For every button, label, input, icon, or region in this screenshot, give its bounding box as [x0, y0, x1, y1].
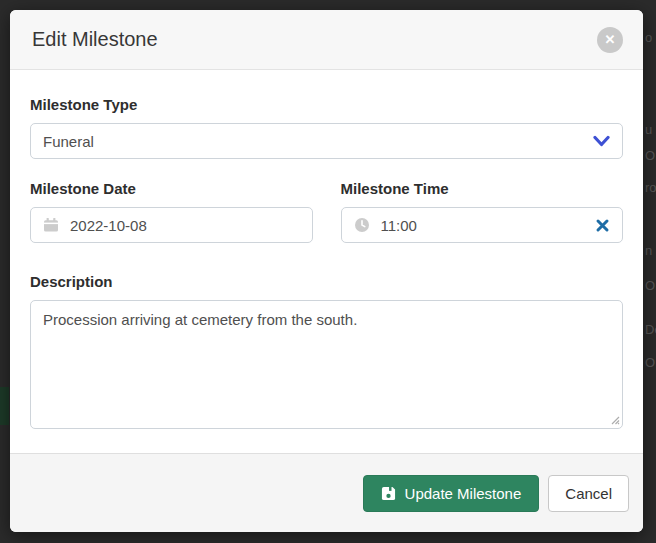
- backdrop-text-fragment: O: [645, 148, 655, 163]
- description-label: Description: [30, 273, 623, 290]
- cancel-label: Cancel: [565, 485, 612, 502]
- edit-milestone-dialog: Edit Milestone ✕ Milestone Type Funeral …: [10, 10, 643, 532]
- update-milestone-label: Update Milestone: [405, 485, 522, 502]
- date-time-row: Milestone Date 2022-10-08 Milestone Time: [30, 180, 623, 243]
- description-field-wrap: Procession arriving at cemetery from the…: [30, 300, 623, 429]
- backdrop-text-fragment: u: [645, 122, 652, 137]
- milestone-time-input[interactable]: 11:00: [341, 207, 624, 243]
- chevron-down-icon: [593, 135, 610, 147]
- backdrop-text-fragment: O: [645, 278, 655, 293]
- milestone-date-value: 2022-10-08: [70, 217, 300, 234]
- milestone-date-input[interactable]: 2022-10-08: [30, 207, 313, 243]
- dialog-title: Edit Milestone: [32, 28, 158, 51]
- dialog-header: Edit Milestone ✕: [10, 10, 643, 70]
- description-textarea[interactable]: Procession arriving at cemetery from the…: [30, 300, 623, 429]
- backdrop-text-fragment: n: [645, 243, 652, 258]
- milestone-type-label: Milestone Type: [30, 96, 623, 113]
- backdrop-green-button-fragment: [0, 387, 9, 425]
- save-icon: [381, 486, 396, 501]
- milestone-type-select[interactable]: Funeral: [30, 123, 623, 159]
- dialog-body: Milestone Type Funeral Milestone Date: [10, 70, 643, 453]
- cancel-button[interactable]: Cancel: [548, 475, 629, 512]
- calendar-icon: [43, 217, 59, 233]
- milestone-date-group: Milestone Date 2022-10-08: [30, 180, 313, 243]
- milestone-type-value: Funeral: [43, 133, 593, 150]
- close-icon: ✕: [605, 32, 616, 47]
- backdrop-text-fragment: o: [645, 30, 652, 45]
- clock-icon: [354, 217, 370, 233]
- clear-time-button[interactable]: [595, 218, 610, 233]
- milestone-time-label: Milestone Time: [341, 180, 624, 197]
- clear-x-icon: [595, 218, 610, 233]
- backdrop-text-fragment: ro: [645, 180, 656, 195]
- update-milestone-button[interactable]: Update Milestone: [363, 475, 540, 512]
- backdrop-text-fragment: De: [645, 322, 656, 337]
- dialog-footer: Update Milestone Cancel: [10, 453, 643, 532]
- milestone-date-label: Milestone Date: [30, 180, 313, 197]
- milestone-time-group: Milestone Time 11:00: [341, 180, 624, 243]
- milestone-time-value: 11:00: [381, 217, 596, 234]
- resize-handle-icon[interactable]: [608, 413, 620, 425]
- backdrop-text-fragment: O: [645, 355, 655, 370]
- close-button[interactable]: ✕: [597, 27, 623, 53]
